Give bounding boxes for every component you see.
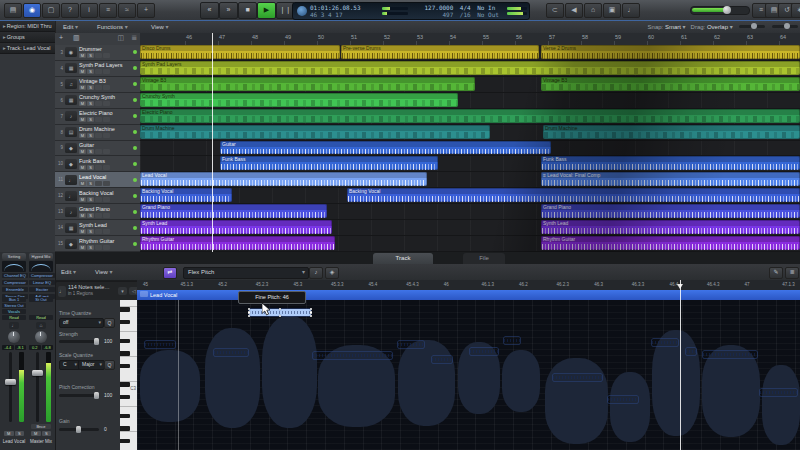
mute-button[interactable]: M [79,53,86,58]
lcd-display[interactable]: 01:01:26.08.53 46 3 4 17 127.0000 497 4/… [292,2,530,20]
inspector-region-header[interactable]: ▸Region: MIDI Thru [0,21,55,32]
black-key[interactable] [120,439,130,444]
region-disco-drums[interactable]: Disco Drums [140,45,340,59]
group-slot[interactable]: Vocals [2,309,26,314]
flex-pitch-note[interactable] [652,339,678,346]
forward-button[interactable]: » [219,2,238,19]
track-mini-button[interactable] [103,53,110,58]
mute-button[interactable]: M [79,181,86,186]
replace-icon[interactable]: ◀ [565,3,583,18]
rewind-button[interactable]: « [200,2,219,19]
smart-controls-icon[interactable]: i [80,3,98,18]
region-rhythm-guitar[interactable]: Rhythm Guitar [140,236,335,250]
solo-button[interactable]: S [87,101,94,106]
bounce-button[interactable]: Bnce [31,424,51,429]
region-pre-verse-drums[interactable]: Pre-verse Drums [341,45,539,59]
region-backing-vocal[interactable]: Backing Vocal [140,188,232,202]
solo-button[interactable]: S [42,431,52,436]
track-header-synth-lead[interactable]: 14▦Synth LeadMS [55,220,140,236]
scale-type-dropdown[interactable]: Major▾ [78,360,105,370]
mute-button[interactable]: M [79,229,86,234]
track-mini-button[interactable] [95,165,102,170]
black-key[interactable] [120,382,130,387]
pitch-correction-slider[interactable] [59,394,99,397]
mixer-icon[interactable]: ≡ [99,3,117,18]
flex-pitch-note[interactable] [398,341,424,348]
flex-enable-icon[interactable]: ⇄ [163,267,177,279]
black-key[interactable] [120,351,130,356]
plugin-slot-exciter[interactable]: Exciter [29,287,55,292]
track-mini-button[interactable] [95,229,102,234]
input-format-icon[interactable]: ♩ [9,322,19,329]
track-mini-button[interactable] [103,133,110,138]
black-key[interactable] [120,395,130,400]
track-header-guitar[interactable]: 9◆GuitarMS [55,141,140,157]
flex-pitch-note[interactable] [504,337,520,344]
track-header-funk-bass[interactable]: 10◆Funk BassMS [55,156,140,172]
track-mini-button[interactable] [95,181,102,186]
track-lane-synth-lead[interactable]: Synth LeadSynth Lead [140,220,800,236]
track-mini-button[interactable] [103,181,110,186]
h-zoom-slider[interactable] [739,25,765,28]
region-synth-lead[interactable]: Synth Lead [140,220,332,234]
region-crunchy-synth[interactable]: Crunchy Synth [140,93,458,107]
channel-setting-button[interactable]: Setting [2,253,26,260]
region-lead-vocal-final-comp[interactable]: ≡ Lead Vocal: Final Comp [541,172,800,186]
piano-keyboard[interactable]: C3 [120,300,138,450]
track-lane-funk-bass[interactable]: Funk BassFunk Bass [140,156,800,172]
region-grand-piano[interactable]: Grand Piano [140,204,327,218]
drag-value[interactable]: Overlap [707,24,728,30]
add-library-track-button[interactable]: ▥ [73,34,80,42]
library-icon[interactable]: ▤ [4,3,22,18]
plugin-slot-compressor[interactable]: Compressor [29,273,55,278]
solo-button[interactable]: S [87,149,94,154]
track-mini-button[interactable] [103,197,110,202]
mute-button[interactable]: M [79,165,86,170]
track-lane-drum-machine[interactable]: Drum MachineDrum Machine [140,125,800,141]
track-lane-guitar[interactable]: Guitar [140,141,800,157]
flex-pitch-note[interactable] [145,341,175,348]
track-mini-button[interactable] [95,117,102,122]
mute-button[interactable]: M [79,69,86,74]
plugin-slot-compressor[interactable]: Compressor [2,280,28,285]
note-hotspot[interactable] [310,308,313,311]
black-key[interactable] [120,414,130,419]
solo-button[interactable]: S [87,53,94,58]
black-key[interactable] [120,307,130,312]
note-hotspot[interactable] [310,315,313,318]
mute-button[interactable]: M [79,245,86,250]
flex-pitch-note[interactable] [249,309,311,316]
region-backing-vocal[interactable]: Backing Vocal [347,188,800,202]
channel-setting-button[interactable]: Hyped Mix [29,253,53,260]
editor-menu-edit[interactable]: Edit ▾ [61,268,76,275]
catch-playhead-icon[interactable]: ◈ [325,267,339,279]
region-funk-bass[interactable]: Funk Bass [220,156,438,170]
flex-pitch-note[interactable] [214,349,248,356]
note-hotspot[interactable] [248,308,251,311]
metronome-icon[interactable]: ♩ [622,3,640,18]
track-mini-button[interactable] [95,213,102,218]
track-mini-button[interactable] [103,101,110,106]
track-header-lead-vocal[interactable]: 11♩Lead VocalMS [55,172,140,188]
solo-button[interactable]: S [15,431,25,436]
mute-button[interactable]: M [79,101,86,106]
flex-pitch-editor[interactable] [137,300,800,450]
editor-region-bar[interactable]: Lead Vocal [137,290,800,300]
fader-cap[interactable] [32,370,43,376]
playhead[interactable] [212,33,213,252]
menu-edit[interactable]: Edit ▾ [63,23,78,30]
time-quantize-dropdown[interactable]: off▾ [59,318,104,328]
solo-button[interactable]: S [87,229,94,234]
gain-slider[interactable] [59,428,99,431]
mute-button[interactable]: M [79,213,86,218]
track-lane-grand-piano[interactable]: Grand PianoGrand Piano [140,204,800,220]
cycle-icon[interactable]: ⊂ [546,3,564,18]
mute-button[interactable]: M [4,431,14,436]
fader-cap[interactable] [5,379,16,385]
track-mini-button[interactable] [103,229,110,234]
note-hotspot[interactable] [248,315,251,318]
toolbar-icon[interactable]: ▢ [42,3,60,18]
menu-functions[interactable]: Functions ▾ [97,23,128,30]
region-funk-bass[interactable]: Funk Bass [541,156,800,170]
automation-mode-slot[interactable]: Read [29,315,53,320]
